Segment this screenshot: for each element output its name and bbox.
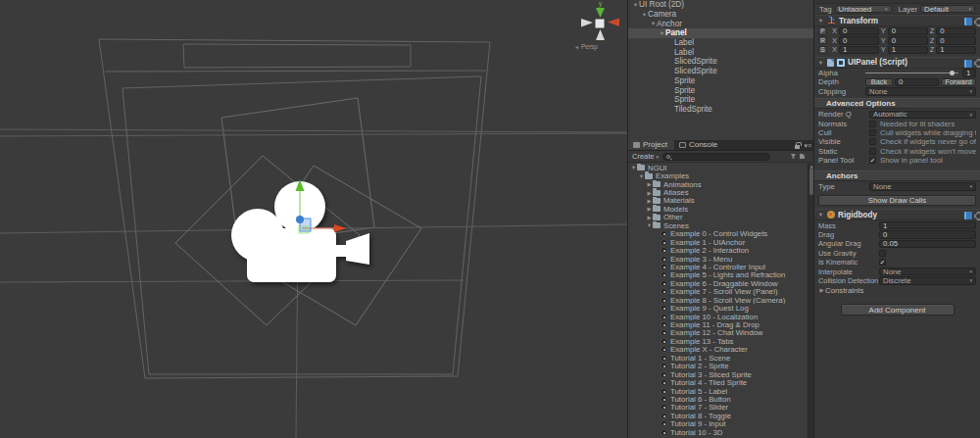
alpha-slider[interactable] — [865, 69, 958, 76]
project-folder-item[interactable]: ▶Animations — [628, 180, 808, 188]
project-scene-item[interactable]: Example 7 - Scroll View (Panel) — [628, 288, 808, 296]
scene-viewport[interactable]: y x — [0, 0, 627, 438]
layer-dropdown[interactable]: Default▾ — [920, 5, 975, 14]
project-scene-item[interactable]: Example X - Character — [628, 346, 808, 354]
hierarchy-item[interactable]: Label — [628, 38, 813, 48]
project-scene-item[interactable]: Example 3 - Menu — [628, 255, 808, 263]
project-folder-item[interactable]: ▶Atlases — [628, 188, 808, 196]
project-folder-item[interactable]: ▼NGUI — [628, 164, 808, 171]
scene-orientation-gizmo[interactable]: y x — [581, 0, 625, 40]
foldout-arrow[interactable]: ▶ — [646, 181, 653, 187]
tab-project[interactable]: Project — [628, 140, 674, 150]
rigidbody-component-header[interactable]: ▼ Rigidbody — [814, 209, 980, 220]
hierarchy-item[interactable]: ▼Camera — [628, 10, 813, 20]
hierarchy-item[interactable]: Sprite — [628, 76, 813, 86]
perspective-mode-label[interactable]: ◄ Persp — [574, 43, 598, 50]
project-folder-item[interactable]: ▶Models — [628, 205, 808, 213]
project-tree[interactable]: ▼NGUI▼Examples▶Animations▶Atlases▶Materi… — [628, 164, 808, 438]
pane-menu-icon[interactable]: ▾≡ — [804, 142, 811, 149]
option-checkbox[interactable] — [869, 129, 876, 136]
project-scene-item[interactable]: Example 5 - Lights and Refraction — [628, 271, 808, 279]
transform-p-y-field[interactable]: 0 — [888, 27, 928, 36]
option-checkbox[interactable] — [869, 138, 876, 145]
foldout-arrow[interactable]: ▼ — [646, 222, 653, 228]
hierarchy-item[interactable]: ▼Panel — [628, 28, 813, 38]
tag-dropdown[interactable]: Untagged▾ — [835, 5, 892, 14]
is-kinematic-checkbox[interactable]: ✓ — [879, 259, 886, 266]
gear-icon[interactable] — [975, 60, 980, 67]
hierarchy-item[interactable]: SlicedSprite — [628, 67, 813, 76]
foldout-arrow[interactable]: ▶ — [646, 197, 653, 203]
foldout-arrow[interactable]: ▼ — [641, 11, 648, 17]
transform-component-header[interactable]: ▼ Transform — [814, 15, 980, 26]
project-folder-item[interactable]: ▼Scenes — [628, 221, 808, 229]
slider-knob[interactable] — [950, 71, 955, 75]
transform-s-z-field[interactable]: 1 — [936, 46, 976, 55]
hierarchy-item[interactable]: ▼Anchor — [628, 19, 813, 28]
foldout-arrow[interactable]: ▼ — [817, 59, 824, 65]
help-book-icon[interactable] — [964, 60, 972, 68]
hierarchy-item[interactable]: ▼UI Root (2D) — [628, 0, 813, 10]
angular-drag-field[interactable]: 0.05 — [879, 240, 976, 249]
project-scene-item[interactable]: Tutorial 5 - Label — [628, 387, 808, 395]
bottom-axis-cone[interactable] — [596, 29, 605, 40]
project-scene-item[interactable]: Tutorial 7 - Slider — [628, 404, 808, 412]
project-panel[interactable]: Project Console ▾≡ Create ▾ — [628, 140, 813, 438]
gizmo-center-handle[interactable] — [296, 216, 304, 223]
uipanel-component-header[interactable]: ▼ UIPanel (Script) — [814, 57, 980, 69]
project-scene-item[interactable]: Example 4 - Controller Input — [628, 263, 808, 270]
transform-s-y-field[interactable]: 1 — [888, 46, 928, 55]
alpha-field[interactable]: 1 — [962, 69, 976, 77]
depth-forward-button[interactable]: Forward — [941, 78, 976, 87]
search-by-label-icon[interactable] — [800, 154, 805, 159]
project-scene-item[interactable]: Tutorial 3 - Sliced Sprite — [628, 370, 808, 378]
project-folder-item[interactable]: ▶Other — [628, 214, 808, 221]
mass-field[interactable]: 1 — [879, 221, 976, 230]
transform-s-x-field[interactable]: 1 — [839, 46, 879, 55]
foldout-arrow[interactable]: ▼ — [638, 172, 645, 178]
option-checkbox[interactable]: ✓ — [869, 157, 876, 164]
project-scene-item[interactable]: Example 0 - Control Widgets — [628, 230, 808, 238]
anchor-type-dropdown[interactable]: None▾ — [869, 182, 976, 191]
left-axis-cone[interactable] — [581, 19, 593, 27]
transform-r-y-field[interactable]: 0 — [888, 36, 928, 45]
option-checkbox[interactable] — [869, 121, 876, 127]
project-scene-item[interactable]: Example 11 - Drag & Drop — [628, 320, 808, 328]
anchors-header[interactable]: Anchors — [814, 170, 980, 181]
foldout-arrow[interactable]: ▼ — [650, 21, 657, 26]
foldout-arrow[interactable]: ▶ — [646, 189, 653, 195]
render-q-dropdown[interactable]: Automatic▾ — [869, 111, 976, 120]
project-scene-item[interactable]: Example 1 - UIAnchor — [628, 238, 808, 246]
collision-detection-dropdown[interactable]: Discrete▾ — [879, 276, 976, 285]
show-draw-calls-button[interactable]: Show Draw Calls — [818, 195, 976, 206]
foldout-arrow[interactable]: ▼ — [632, 1, 639, 7]
project-scene-item[interactable]: Example 9 - Quest Log — [628, 304, 808, 312]
option-checkbox[interactable] — [869, 148, 876, 155]
search-by-type-icon[interactable] — [791, 154, 796, 159]
inspector-panel[interactable]: Tag Untagged▾ Layer Default▾ ▼ Transform… — [813, 0, 980, 438]
project-scene-item[interactable]: Example 2 - Interaction — [628, 246, 808, 254]
gizmo-center-cube[interactable] — [595, 19, 605, 28]
hierarchy-panel[interactable]: ▼UI Root (2D)▼Camera▼Anchor▼PanelLabelLa… — [628, 0, 813, 140]
project-folder-item[interactable]: ▼Examples — [628, 171, 808, 179]
create-button[interactable]: Create ▾ — [632, 152, 659, 161]
project-scene-item[interactable]: Example 10 - Localization — [628, 313, 808, 320]
project-folder-item[interactable]: ▶Materials — [628, 197, 808, 205]
gear-icon[interactable] — [975, 213, 980, 219]
project-scene-item[interactable]: Example 6 - Draggable Window — [628, 279, 808, 287]
search-input[interactable] — [662, 153, 770, 161]
transform-p-x-field[interactable]: 0 — [839, 27, 879, 36]
project-scene-item[interactable]: Tutorial 9 - Input — [628, 420, 808, 428]
depth-field[interactable]: 0 — [895, 78, 939, 87]
help-book-icon[interactable] — [964, 212, 972, 219]
project-scene-item[interactable]: Tutorial 1 - Scene — [628, 354, 808, 362]
tab-console[interactable]: Console — [674, 140, 724, 150]
foldout-arrow[interactable]: ▶ — [646, 214, 653, 219]
transform-r-chip[interactable]: R — [818, 36, 827, 44]
y-axis-cone[interactable] — [596, 8, 605, 18]
foldout-arrow[interactable]: ▼ — [659, 29, 665, 35]
transform-p-z-field[interactable]: 0 — [936, 27, 976, 36]
scene-view[interactable]: y x ◄ Persp — [0, 0, 627, 438]
help-book-icon[interactable] — [964, 18, 972, 25]
clipping-dropdown[interactable]: None▾ — [865, 87, 976, 96]
